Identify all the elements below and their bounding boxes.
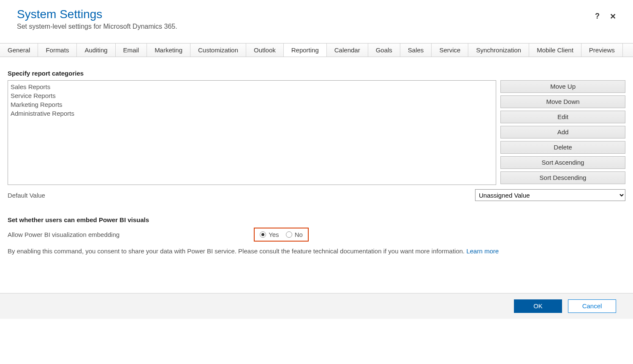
list-item[interactable]: Administrative Reports: [11, 109, 493, 118]
list-item[interactable]: Marketing Reports: [11, 100, 493, 109]
report-categories-heading: Specify report categories: [8, 70, 625, 77]
dialog-footer: OK Cancel: [0, 293, 633, 319]
sort-ascending-button[interactable]: Sort Ascending: [500, 156, 625, 169]
powerbi-radio-group: Yes No: [254, 228, 309, 242]
help-icon[interactable]: ?: [595, 12, 600, 21]
disclaimer-text: By enabling this command, you consent to…: [8, 247, 466, 255]
tab-sales[interactable]: Sales: [400, 43, 432, 57]
powerbi-no-radio[interactable]: No: [286, 231, 303, 238]
sort-descending-button[interactable]: Sort Descending: [500, 171, 625, 184]
tab-auditing[interactable]: Auditing: [77, 43, 115, 57]
default-value-label: Default Value: [8, 192, 45, 199]
tab-calendar[interactable]: Calendar: [327, 43, 368, 57]
radio-checked-icon: [260, 231, 266, 238]
radio-unchecked-icon: [286, 231, 292, 238]
tab-general[interactable]: General: [0, 43, 38, 57]
tab-mobile-client[interactable]: Mobile Client: [529, 43, 581, 57]
default-value-select[interactable]: Unassigned Value: [475, 189, 625, 201]
tab-strip: GeneralFormatsAuditingEmailMarketingCust…: [0, 43, 633, 57]
tab-customization[interactable]: Customization: [190, 43, 246, 57]
powerbi-yes-radio[interactable]: Yes: [260, 231, 279, 238]
report-categories-section: Specify report categories Sales ReportsS…: [8, 70, 625, 201]
close-icon[interactable]: ✕: [610, 12, 616, 21]
tab-marketing[interactable]: Marketing: [147, 43, 190, 57]
move-down-button[interactable]: Move Down: [500, 95, 625, 108]
tab-outlook[interactable]: Outlook: [246, 43, 284, 57]
list-item[interactable]: Sales Reports: [11, 82, 493, 91]
tab-previews[interactable]: Previews: [581, 43, 623, 57]
category-buttons: Move Up Move Down Edit Add Delete Sort A…: [500, 80, 625, 184]
tab-goals[interactable]: Goals: [368, 43, 400, 57]
tab-synchronization[interactable]: Synchronization: [468, 43, 529, 57]
tab-formats[interactable]: Formats: [38, 43, 77, 57]
tab-service[interactable]: Service: [432, 43, 468, 57]
categories-listbox[interactable]: Sales ReportsService ReportsMarketing Re…: [8, 80, 496, 185]
powerbi-section: Set whether users can embed Power BI vis…: [8, 216, 625, 255]
cancel-button[interactable]: Cancel: [568, 299, 616, 313]
learn-more-link[interactable]: Learn more: [466, 247, 499, 255]
add-button[interactable]: Add: [500, 126, 625, 139]
powerbi-heading: Set whether users can embed Power BI vis…: [8, 216, 625, 223]
ok-button[interactable]: OK: [514, 299, 562, 313]
powerbi-embed-label: Allow Power BI visualization embedding: [8, 231, 120, 238]
list-item[interactable]: Service Reports: [11, 91, 493, 100]
delete-button[interactable]: Delete: [500, 141, 625, 154]
page-subtitle: Set system-level settings for Microsoft …: [17, 23, 616, 30]
content-area: Specify report categories Sales ReportsS…: [0, 57, 633, 293]
powerbi-yes-label: Yes: [269, 231, 279, 238]
edit-button[interactable]: Edit: [500, 111, 625, 123]
tab-email[interactable]: Email: [116, 43, 147, 57]
powerbi-disclaimer: By enabling this command, you consent to…: [8, 247, 625, 255]
page-title: System Settings: [17, 8, 616, 21]
tab-reporting[interactable]: Reporting: [284, 43, 327, 57]
dialog-header: System Settings Set system-level setting…: [0, 0, 633, 30]
move-up-button[interactable]: Move Up: [500, 80, 625, 93]
powerbi-no-label: No: [295, 231, 303, 238]
